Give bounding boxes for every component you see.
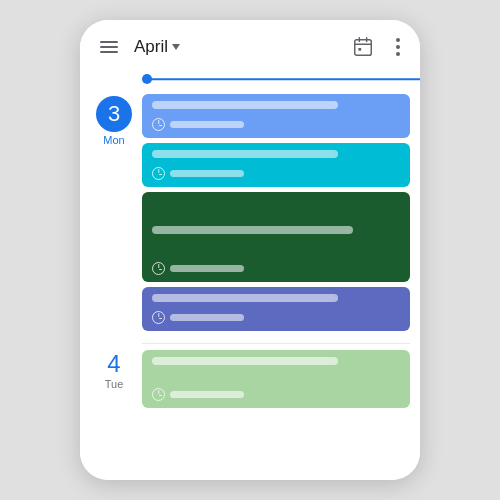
menu-icon[interactable]	[96, 37, 122, 57]
calendar-icon[interactable]	[352, 36, 374, 58]
event-footer	[152, 167, 400, 180]
clock-icon	[152, 118, 165, 131]
events-col-4	[142, 344, 410, 416]
more-options-icon[interactable]	[392, 34, 404, 60]
event-card[interactable]	[142, 143, 410, 187]
event-title-bar	[152, 226, 353, 234]
day-label-4: 4 Tue	[90, 344, 142, 390]
timeline-dot	[142, 74, 152, 84]
phone-frame: April 3 Mon	[80, 20, 420, 480]
day-row-4: 4 Tue	[80, 344, 420, 416]
svg-rect-4	[358, 48, 361, 51]
timeline-line	[147, 78, 420, 80]
event-time-bar	[170, 391, 244, 398]
event-title-bar	[152, 357, 338, 365]
event-title-bar	[152, 294, 338, 302]
event-time-bar	[170, 121, 244, 128]
day-number-3: 3	[96, 96, 132, 132]
event-time-bar	[170, 265, 244, 272]
event-card[interactable]	[142, 350, 410, 408]
event-footer	[152, 262, 400, 275]
header: April	[80, 20, 420, 70]
event-card[interactable]	[142, 192, 410, 282]
day-name-4: Tue	[105, 378, 124, 390]
event-title-bar	[152, 101, 338, 109]
clock-icon	[152, 167, 165, 180]
month-label: April	[134, 37, 168, 57]
clock-icon	[152, 311, 165, 324]
event-time-bar	[170, 170, 244, 177]
event-title-bar	[152, 150, 338, 158]
svg-rect-0	[355, 40, 372, 56]
day-row-3: 3 Mon	[80, 88, 420, 339]
chevron-down-icon	[172, 44, 180, 50]
event-card[interactable]	[142, 287, 410, 331]
clock-icon	[152, 262, 165, 275]
day-name-3: Mon	[103, 134, 124, 146]
event-time-bar	[170, 314, 244, 321]
current-time-indicator	[142, 70, 420, 88]
events-col-3	[142, 88, 410, 339]
day-label-3: 3 Mon	[90, 88, 142, 146]
event-footer	[152, 311, 400, 324]
events-scroll-area[interactable]: 3 Mon	[80, 88, 420, 480]
header-title[interactable]: April	[134, 37, 180, 57]
day-number-4: 4	[107, 352, 120, 376]
event-footer	[152, 118, 400, 131]
clock-icon	[152, 388, 165, 401]
event-footer	[152, 388, 400, 401]
event-card[interactable]	[142, 94, 410, 138]
